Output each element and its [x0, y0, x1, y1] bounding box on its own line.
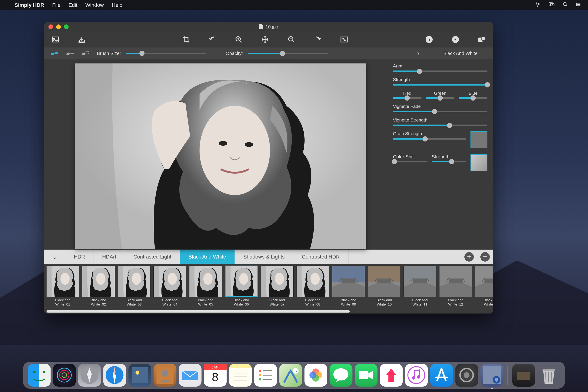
- dock-notes[interactable]: [229, 364, 252, 386]
- menu-file[interactable]: File: [52, 2, 60, 8]
- rgb-red-slider[interactable]: [393, 97, 422, 99]
- add-preset-button[interactable]: +: [464, 252, 474, 262]
- svg-point-30: [60, 273, 70, 285]
- tab-hdart[interactable]: HDArt: [94, 250, 125, 264]
- vignette-fade-slider[interactable]: [393, 111, 488, 112]
- window-zoom-button[interactable]: [64, 24, 68, 29]
- cursor-icon[interactable]: [535, 2, 540, 8]
- category-tabs: ⌄ HDRHDArtContrasted LightBlack And Whit…: [44, 250, 493, 264]
- svg-point-36: [168, 273, 177, 285]
- remove-preset-button[interactable]: −: [480, 252, 490, 262]
- svg-point-20: [484, 39, 484, 40]
- dock-siri[interactable]: [53, 364, 76, 386]
- dock-mail[interactable]: [179, 364, 202, 386]
- tab-contrasted-light[interactable]: Contrasted Light: [125, 250, 180, 264]
- cs-1-slider[interactable]: [432, 161, 466, 162]
- area-slider[interactable]: [393, 70, 488, 72]
- brush-size-slider[interactable]: [126, 53, 206, 54]
- dock-trash[interactable]: [538, 364, 560, 386]
- menu-help[interactable]: Help: [112, 2, 122, 8]
- brush-mode-2[interactable]: [66, 50, 76, 56]
- open-image-icon[interactable]: [51, 35, 60, 44]
- dock-safari[interactable]: [104, 364, 126, 386]
- menu-list-icon[interactable]: [576, 2, 582, 8]
- redo-icon[interactable]: [313, 35, 322, 44]
- vignette-strength-slider[interactable]: [393, 124, 488, 126]
- svg-point-32: [96, 273, 105, 285]
- svg-point-91: [495, 378, 498, 382]
- menu-window[interactable]: Window: [85, 2, 104, 8]
- dock-itunes[interactable]: [405, 364, 428, 386]
- preset-thumb-9[interactable]: Black andWhite_09: [331, 266, 366, 314]
- tab-contrasted-hdr[interactable]: Contrasted HDR: [293, 250, 348, 264]
- dock-photos[interactable]: [304, 364, 327, 386]
- cs-0-slider[interactable]: [393, 161, 428, 162]
- spotlight-icon[interactable]: [562, 2, 568, 8]
- dock-reminders[interactable]: [254, 364, 277, 386]
- dock-appstore[interactable]: [430, 364, 453, 386]
- dock-news[interactable]: [380, 364, 403, 386]
- preset-thumb-10[interactable]: Black andWhite_10: [367, 266, 402, 314]
- tab-black-and-white[interactable]: Black And White: [180, 250, 235, 264]
- fit-screen-icon[interactable]: [339, 35, 349, 44]
- preset-thumb-4[interactable]: Black andWhite_04: [153, 266, 187, 314]
- opacity-label: Opacity:: [226, 51, 243, 56]
- settings-icon[interactable]: [451, 35, 460, 44]
- window-close-button[interactable]: [48, 24, 53, 29]
- preset-thumb-13[interactable]: Black andWhite_13: [474, 266, 493, 314]
- preset-thumb-1[interactable]: Black andWhite_01: [46, 266, 80, 314]
- rgb-blue-slider[interactable]: [459, 97, 488, 99]
- dock-messages[interactable]: [330, 364, 352, 386]
- grain-swatch[interactable]: [470, 131, 488, 148]
- brush-mode-3[interactable]: [81, 50, 92, 56]
- svg-point-40: [239, 273, 248, 285]
- window-titlebar[interactable]: 10.jpg: [44, 22, 493, 32]
- dock-preview[interactable]: [128, 364, 151, 386]
- crop-icon[interactable]: [182, 35, 191, 44]
- display-icon[interactable]: [548, 2, 555, 8]
- preset-thumb-5[interactable]: Black andWhite_05: [188, 266, 223, 314]
- tab-hdr[interactable]: HDR: [65, 250, 94, 264]
- preset-thumb-11[interactable]: Black andWhite_11: [403, 266, 437, 314]
- category-dropdown-icon[interactable]: ⌄: [44, 250, 65, 264]
- preset-thumb-6[interactable]: Black andWhite_06: [224, 266, 258, 314]
- preset-thumb-2[interactable]: Black andWhite_02: [81, 266, 116, 314]
- brush-mode-1[interactable]: [50, 50, 61, 56]
- strength-slider[interactable]: [393, 84, 488, 86]
- undo-icon[interactable]: [208, 35, 217, 44]
- rgb-green-slider[interactable]: [426, 97, 454, 99]
- preset-thumb-7[interactable]: Black andWhite_07: [260, 266, 294, 314]
- grain-strength-slider[interactable]: [393, 138, 466, 140]
- move-icon[interactable]: [260, 35, 270, 44]
- app-name[interactable]: Simply HDR: [14, 2, 44, 8]
- preset-thumb-12[interactable]: Black andWhite_12: [438, 266, 473, 314]
- opacity-slider[interactable]: [248, 53, 328, 54]
- zoom-in-icon[interactable]: [234, 35, 244, 44]
- strip-scrollbar[interactable]: [46, 310, 350, 312]
- canvas-area[interactable]: [44, 59, 387, 250]
- dock-calendar[interactable]: JAN8: [204, 364, 227, 386]
- tab-shadows-lights[interactable]: Shadows & Lights: [235, 250, 293, 264]
- color-shift-swatch[interactable]: [470, 154, 488, 171]
- menu-edit[interactable]: Edit: [68, 2, 77, 8]
- svg-point-68: [136, 371, 139, 374]
- dock-finder[interactable]: [28, 364, 51, 386]
- zoom-out-icon[interactable]: [287, 35, 296, 44]
- svg-point-3: [576, 3, 577, 4]
- preset-thumb-3[interactable]: Black andWhite_03: [117, 266, 151, 314]
- save-icon[interactable]: [77, 35, 86, 44]
- expand-chevron-icon[interactable]: ›: [417, 50, 419, 57]
- dock-settings[interactable]: [456, 364, 478, 386]
- dock-launchpad[interactable]: [78, 364, 101, 386]
- dock-contacts[interactable]: [154, 364, 176, 386]
- dock-simplyhdr[interactable]: [480, 364, 504, 386]
- dice-icon[interactable]: [477, 35, 486, 44]
- window-minimize-button[interactable]: [56, 24, 61, 29]
- dock-downloads[interactable]: [512, 364, 535, 386]
- info-icon[interactable]: [424, 35, 434, 44]
- preset-thumb-8[interactable]: Black andWhite_08: [296, 266, 330, 314]
- dock-facetime[interactable]: [355, 364, 378, 386]
- rgb-red-label: Red: [403, 91, 412, 96]
- preset-strip[interactable]: Black andWhite_01Black andWhite_02Black …: [44, 264, 493, 314]
- dock-maps[interactable]: [280, 364, 302, 386]
